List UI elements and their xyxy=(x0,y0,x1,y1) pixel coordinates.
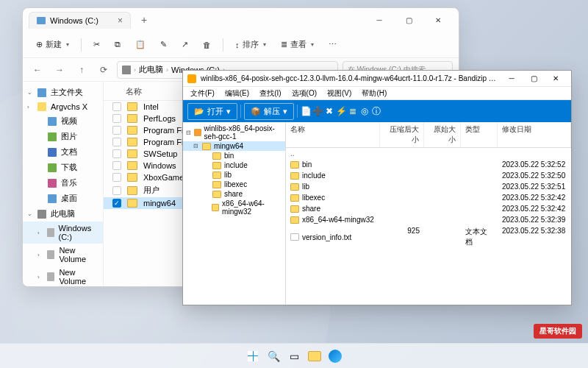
tree-item[interactable]: bin xyxy=(183,151,285,160)
checkbox[interactable] xyxy=(112,126,121,135)
watermark: 星哥软件园 xyxy=(534,324,582,339)
list-row[interactable]: version_info.txt925文本文档2023.05.22 5:32:3… xyxy=(286,225,571,249)
up-button[interactable]: ↑ xyxy=(73,61,90,79)
bandizip-window: winlibs-x86_64-posix-seh-gcc-12.3.0-llvm… xyxy=(182,70,572,305)
tree-item[interactable]: include xyxy=(183,160,285,170)
back-button[interactable]: ← xyxy=(29,61,46,79)
bz-col-original[interactable]: 原始大小 xyxy=(424,122,461,147)
new-button[interactable]: ⊕ 新建▾ xyxy=(30,36,75,53)
sidebar-item[interactable]: 图片 xyxy=(23,129,103,144)
refresh-button[interactable]: ⟳ xyxy=(95,61,112,79)
list-row[interactable]: share2023.05.22 5:32:42 xyxy=(286,203,571,214)
checkbox[interactable] xyxy=(112,161,121,170)
menu-item[interactable]: 查找(I) xyxy=(255,88,285,99)
menu-item[interactable]: 编辑(E) xyxy=(220,88,254,99)
explorer-titlebar[interactable]: Windows (C:) × + ─ ▢ ✕ xyxy=(23,8,459,32)
folder-icon xyxy=(127,149,137,158)
list-row[interactable]: libexec2023.05.22 5:32:42 xyxy=(286,192,571,203)
delete-icon[interactable]: 🗑 xyxy=(197,38,217,52)
folder-icon xyxy=(127,114,137,123)
breadcrumb-pc[interactable]: 此电脑 xyxy=(139,64,163,75)
tree-item[interactable]: share xyxy=(183,189,285,199)
more-icon[interactable]: ⋯ xyxy=(323,37,343,52)
taskbar-explorer-icon[interactable] xyxy=(306,347,323,365)
close-tab-icon[interactable]: × xyxy=(118,15,123,26)
bz-col-type[interactable]: 类型 xyxy=(461,122,498,147)
tree-item[interactable]: ⊟winlibs-x86_64-posix-seh-gcc-1 xyxy=(183,124,285,141)
view-button[interactable]: ≣ 查看▾ xyxy=(275,36,320,53)
tree-item[interactable]: libexec xyxy=(183,180,285,189)
list-row[interactable]: x86_64-w64-mingw322023.05.22 5:32:39 xyxy=(286,214,571,225)
bz-col-name[interactable]: 名称 xyxy=(286,122,380,147)
bz-test-icon[interactable]: ⚡ xyxy=(336,106,346,116)
paste-icon[interactable]: 📋 xyxy=(129,37,151,52)
bandizip-title: winlibs-x86_64-posix-seh-gcc-12.3.0-llvm… xyxy=(201,74,496,82)
bz-col-date[interactable]: 修改日期 xyxy=(498,122,571,147)
bz-extract-button[interactable]: 📦 解压 ▾ xyxy=(244,103,294,120)
tree-item[interactable]: ⊟mingw64 xyxy=(183,141,285,151)
maximize-button[interactable]: ▢ xyxy=(394,10,423,30)
sidebar-item[interactable]: ⌄此电脑 xyxy=(23,206,103,222)
sidebar-item[interactable]: 下载 xyxy=(23,160,103,175)
bz-col-compressed[interactable]: 压缩后大小 xyxy=(380,122,424,147)
bz-maximize-button[interactable]: ▢ xyxy=(523,71,545,86)
folder-icon xyxy=(290,194,299,202)
list-row[interactable]: include2023.05.22 5:32:50 xyxy=(286,170,571,181)
list-row[interactable]: bin2023.05.22 5:32:52 xyxy=(286,159,571,170)
explorer-tab[interactable]: Windows (C:) × xyxy=(29,12,131,29)
bz-minimize-button[interactable]: ─ xyxy=(501,71,523,86)
folder-icon xyxy=(212,204,219,211)
taskbar-search-icon[interactable]: 🔍 xyxy=(265,347,282,365)
bz-scan-icon[interactable]: ◎ xyxy=(359,106,370,116)
taskbar-taskview-icon[interactable]: ▭ xyxy=(285,347,303,365)
bz-info-icon[interactable]: ⓘ xyxy=(371,106,381,116)
pic-icon xyxy=(48,132,57,141)
start-button[interactable] xyxy=(244,347,262,365)
menu-item[interactable]: 选项(O) xyxy=(287,88,321,99)
bandizip-titlebar[interactable]: winlibs-x86_64-posix-seh-gcc-12.3.0-llvm… xyxy=(183,71,571,87)
menu-item[interactable]: 视图(V) xyxy=(323,88,356,99)
bz-delete-icon[interactable]: ✖ xyxy=(324,106,334,116)
cut-icon[interactable]: ✂ xyxy=(87,37,106,52)
checkbox[interactable] xyxy=(112,149,121,158)
taskbar-edge-icon[interactable] xyxy=(326,347,344,365)
menu-item[interactable]: 文件(F) xyxy=(186,88,219,99)
folder-icon xyxy=(212,181,221,188)
tree-item[interactable]: x86_64-w64-mingw32 xyxy=(183,199,285,216)
sidebar-item[interactable]: ›Windows (C:) xyxy=(23,222,103,244)
folder-icon xyxy=(202,143,211,150)
list-row[interactable]: lib2023.05.22 5:32:51 xyxy=(286,181,571,192)
checkbox[interactable] xyxy=(112,138,121,146)
sidebar-item[interactable]: ⌄主文件夹 xyxy=(23,85,103,100)
rename-icon[interactable]: ✎ xyxy=(154,37,173,52)
menu-item[interactable]: 帮助(H) xyxy=(357,88,391,99)
bz-new-icon[interactable]: 📄 xyxy=(301,106,311,116)
forward-button[interactable]: → xyxy=(51,61,68,79)
bz-view-icon[interactable]: ≣ xyxy=(348,106,358,116)
checkbox[interactable] xyxy=(112,186,121,195)
list-row[interactable]: .. xyxy=(286,148,571,159)
bz-open-button[interactable]: 📂 打开 ▾ xyxy=(187,103,237,120)
copy-icon[interactable]: ⧉ xyxy=(109,37,126,52)
sort-button[interactable]: ↕ 排序▾ xyxy=(229,36,272,53)
sidebar-item[interactable]: 桌面 xyxy=(23,191,103,206)
sidebar-item[interactable]: ›New Volume xyxy=(23,244,103,266)
sidebar-item[interactable]: 视频 xyxy=(23,113,103,129)
checkbox[interactable] xyxy=(112,114,121,123)
checkbox[interactable]: ✓ xyxy=(112,199,121,208)
close-button[interactable]: ✕ xyxy=(423,10,453,30)
sidebar-item[interactable]: ›Argvchs X xyxy=(23,100,103,113)
bz-add-icon[interactable]: ➕ xyxy=(312,106,323,116)
checkbox[interactable] xyxy=(112,102,121,111)
bz-close-button[interactable]: ✕ xyxy=(545,71,567,86)
sidebar-item[interactable]: ›New Volume xyxy=(23,266,103,286)
sidebar-item[interactable]: 文档 xyxy=(23,144,103,160)
sidebar-item[interactable]: 音乐 xyxy=(23,175,103,191)
minimize-button[interactable]: ─ xyxy=(365,10,394,30)
column-name[interactable]: 名称 xyxy=(126,86,142,97)
tree-item[interactable]: lib xyxy=(183,170,285,180)
bandizip-tree: ⊟winlibs-x86_64-posix-seh-gcc-1⊟mingw64b… xyxy=(183,122,286,305)
share-icon[interactable]: ↗ xyxy=(176,37,194,52)
checkbox[interactable] xyxy=(112,173,121,182)
new-tab-button[interactable]: + xyxy=(137,13,151,27)
